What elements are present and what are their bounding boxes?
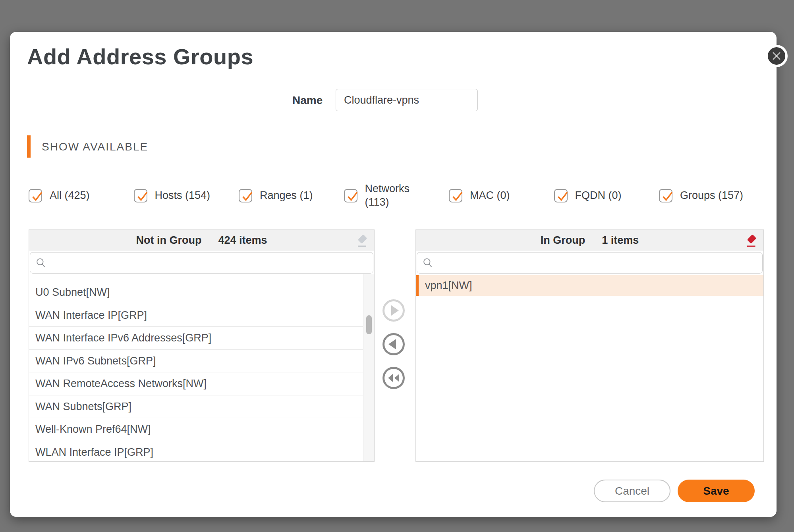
- type-filter-bar: All (425) Hosts (154) Ranges (1) Network…: [29, 179, 765, 212]
- list-item[interactable]: Well-Known Pref64[NW]: [29, 418, 374, 441]
- section-accent-bar: [27, 135, 31, 158]
- filter-groups: Groups (157): [659, 189, 764, 202]
- close-icon: [771, 51, 782, 61]
- in-group-header: In Group 1 items: [416, 230, 763, 251]
- filter-label: Networks (113): [365, 182, 417, 209]
- in-group-search: [417, 252, 763, 274]
- list-item[interactable]: WAN RemoteAccess Networks[NW]: [29, 372, 374, 395]
- checkbox-hosts[interactable]: [134, 189, 147, 202]
- close-button[interactable]: [765, 45, 788, 67]
- filter-ranges: Ranges (1): [239, 189, 344, 202]
- list-item[interactable]: WAN Subnets[GRP]: [29, 395, 374, 418]
- scrollbar-thumb[interactable]: [366, 315, 372, 334]
- not-in-group-search-input[interactable]: [50, 253, 373, 273]
- name-input[interactable]: [336, 89, 478, 111]
- filter-label: Ranges (1): [260, 189, 313, 202]
- search-icon: [422, 257, 434, 269]
- list-item[interactable]: WAN IPv6 Subnets[GRP]: [29, 350, 374, 373]
- filter-label: FQDN (0): [575, 189, 622, 202]
- move-right-button[interactable]: [382, 299, 405, 322]
- list-item[interactable]: WAN Interface IPv6 Addresses[GRP]: [29, 327, 374, 350]
- panel-title: Not in Group: [136, 234, 201, 247]
- check-icon: [555, 189, 570, 203]
- show-available-heading: SHOW AVAILABLE: [42, 141, 148, 153]
- page-title: Add Address Groups: [27, 44, 253, 69]
- filter-fqdn: FQDN (0): [554, 189, 659, 202]
- check-icon: [135, 189, 149, 203]
- check-icon: [30, 189, 44, 203]
- filter-networks: Networks (113): [344, 182, 449, 209]
- check-icon: [660, 189, 674, 203]
- list-item-selected[interactable]: vpn1[NW]: [416, 275, 763, 296]
- arrow-right-icon: [382, 299, 405, 322]
- filter-hosts: Hosts (154): [134, 189, 239, 202]
- checkbox-ranges[interactable]: [239, 189, 252, 202]
- panel-item-count: 424 items: [218, 234, 267, 247]
- check-icon: [345, 189, 359, 203]
- list-item[interactable]: U0 Subnet[NW]: [29, 281, 374, 304]
- not-in-group-list: U0 Subnet[NW] WAN Interface IP[GRP] WAN …: [29, 274, 374, 462]
- checkbox-all[interactable]: [29, 189, 42, 202]
- filter-label: All (425): [50, 189, 90, 202]
- eraser-icon-red: [744, 233, 758, 248]
- not-in-group-panel: Not in Group 424 items: [29, 229, 375, 462]
- save-button[interactable]: Save: [678, 480, 755, 502]
- search-icon: [35, 257, 47, 269]
- name-label: Name: [292, 94, 323, 107]
- move-all-left-button[interactable]: [382, 366, 405, 389]
- checkbox-mac[interactable]: [449, 189, 462, 202]
- checkbox-fqdn[interactable]: [554, 189, 568, 202]
- eraser-icon-gray: [354, 233, 369, 248]
- not-in-group-search: [30, 252, 373, 274]
- clear-right-selection-button[interactable]: [744, 233, 758, 248]
- panel-title: In Group: [541, 234, 585, 247]
- in-group-panel: In Group 1 items vpn1[NW]: [415, 229, 764, 462]
- filter-all: All (425): [29, 189, 134, 202]
- check-icon: [450, 189, 464, 203]
- list-item[interactable]: WLAN Interface IP[GRP]: [29, 441, 374, 462]
- in-group-search-input[interactable]: [437, 253, 762, 273]
- transfer-controls: [382, 299, 405, 389]
- check-icon: [240, 189, 254, 203]
- panel-item-count: 1 items: [602, 234, 639, 247]
- arrow-left-icon: [382, 333, 405, 356]
- clear-left-selection-button[interactable]: [354, 233, 369, 248]
- filter-label: Hosts (154): [155, 189, 211, 202]
- filter-label: Groups (157): [680, 189, 743, 202]
- cancel-button[interactable]: Cancel: [594, 480, 670, 502]
- add-address-groups-dialog: Add Address Groups Name SHOW AVAILABLE A…: [10, 32, 777, 517]
- not-in-group-header: Not in Group 424 items: [29, 230, 374, 251]
- list-item[interactable]: WAN Interface IP[GRP]: [29, 304, 374, 327]
- checkbox-networks[interactable]: [344, 189, 357, 202]
- checkbox-groups[interactable]: [659, 189, 672, 202]
- double-arrow-left-icon: [382, 366, 405, 389]
- in-group-list: vpn1[NW]: [416, 275, 763, 296]
- partial-row: [29, 274, 374, 281]
- move-left-button[interactable]: [382, 333, 405, 356]
- filter-label: MAC (0): [470, 189, 510, 202]
- filter-mac: MAC (0): [449, 189, 554, 202]
- scrollbar-track[interactable]: [363, 274, 374, 461]
